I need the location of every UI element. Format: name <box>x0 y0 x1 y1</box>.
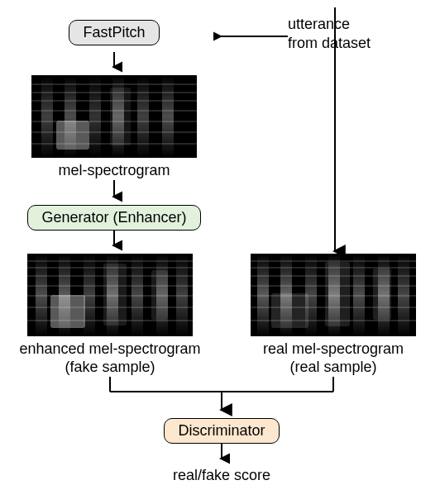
real-label-line2: (real sample) <box>289 359 376 375</box>
mel-spectrogram-image <box>31 75 197 158</box>
fastpitch-node: FastPitch <box>69 20 160 45</box>
real-spectrogram-image <box>251 254 416 336</box>
real-label-line1: real mel-spectrogram <box>263 340 404 357</box>
enhanced-label-line1: enhanced mel-spectrogram <box>19 340 200 357</box>
enhanced-spectrogram-image <box>27 254 193 336</box>
generator-node: Generator (Enhancer) <box>27 205 200 231</box>
mel-spectrogram-label: mel-spectrogram <box>58 161 170 180</box>
arrow-utterance-to-fastpitch <box>213 30 288 43</box>
arrow-utterance-to-real <box>323 7 347 259</box>
enhanced-spectrogram-label: enhanced mel-spectrogram (fake sample) <box>19 340 200 377</box>
output-label: real/fake score <box>173 467 270 484</box>
arrow-generator-to-enhanced <box>106 231 122 254</box>
arrow-discriminator-to-output <box>213 444 230 467</box>
discriminator-node: Discriminator <box>164 418 279 444</box>
enhanced-label-line2: (fake sample) <box>65 359 155 375</box>
real-spectrogram-label: real mel-spectrogram (real sample) <box>263 340 404 377</box>
arrow-mel-to-generator <box>106 180 122 205</box>
arrow-fastpitch-to-mel <box>106 52 122 75</box>
arrow-merge-to-discriminator <box>15 377 428 418</box>
